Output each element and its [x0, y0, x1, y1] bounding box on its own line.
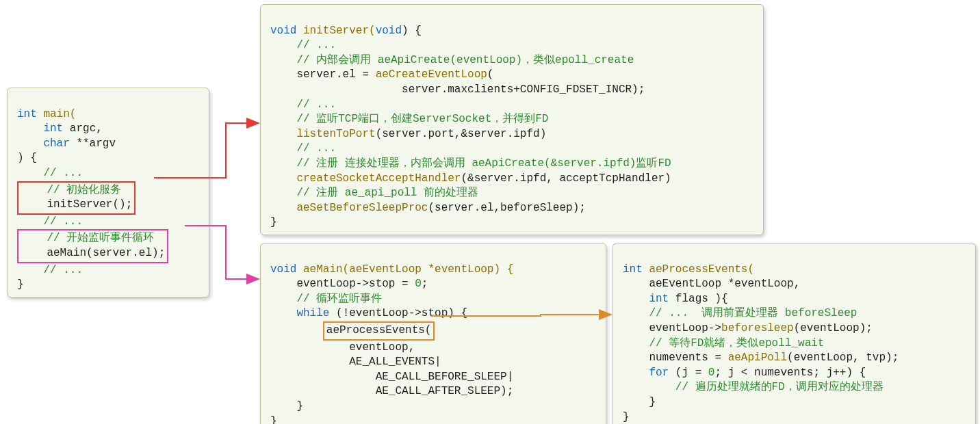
- code-aemain: void aeMain(aeEventLoop *eventLoop) { ev…: [260, 243, 606, 424]
- code-aeprocessevents: int aeProcessEvents( aeEventLoop *eventL…: [612, 243, 976, 424]
- highlight-aemain: // 开始监听事件循环 aeMain(server.el);: [17, 229, 168, 263]
- highlight-aeprocessevents: aeProcessEvents(: [323, 321, 435, 341]
- highlight-initserver: // 初始化服务 initServer();: [17, 181, 136, 215]
- code-main: int main( int argc, char **argv ) { // .…: [7, 88, 209, 297]
- code-initserver: void initServer(void) { // ... // 内部会调用 …: [260, 4, 764, 235]
